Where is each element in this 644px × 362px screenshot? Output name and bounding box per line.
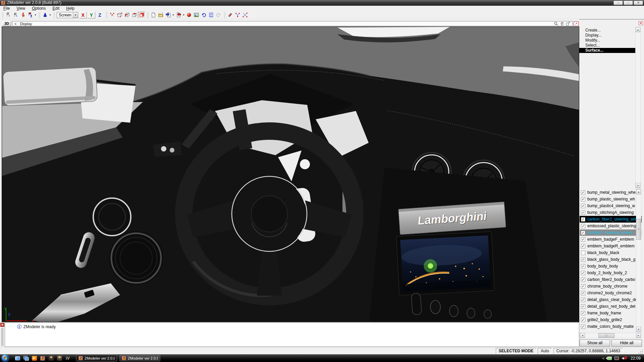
material-row[interactable]: grille2_body_grille2 — [580, 316, 642, 323]
material-row[interactable]: matte_colors_body_matte — [580, 323, 642, 330]
toolbar-grip[interactable] — [54, 12, 55, 18]
object-mode-button[interactable] — [138, 12, 145, 18]
material-checkbox[interactable] — [581, 318, 585, 322]
material-row[interactable]: embossed_plastic_steering — [580, 223, 642, 229]
redo-button[interactable] — [215, 12, 222, 18]
paint-button[interactable] — [226, 12, 234, 18]
export-dropdown-arrow[interactable]: ▼ — [182, 12, 185, 18]
material-checkbox[interactable] — [581, 257, 585, 262]
panel-menu-create[interactable]: Create... — [579, 28, 636, 33]
cone-dropdown-arrow[interactable]: ▼ — [49, 12, 52, 18]
viewport-3d-canvas[interactable]: Lamborghini — [2, 26, 579, 322]
flag-person-button[interactable] — [26, 12, 34, 18]
zmodeler-icon[interactable]: Z — [40, 356, 45, 361]
panel-close-icon[interactable]: ✕ — [639, 21, 643, 25]
panel-scrollbar[interactable]: ▲ ▼ — [635, 27, 641, 188]
close-button[interactable]: ✕ — [634, 1, 643, 5]
maximize-viewport-icon[interactable]: ↗ — [574, 21, 579, 26]
tray-expand-chevron[interactable]: < — [602, 356, 604, 360]
combobox-arrow[interactable]: ▼ — [73, 12, 78, 18]
texture-browser-button[interactable] — [193, 12, 200, 18]
menu-options[interactable]: Options — [29, 6, 49, 11]
material-row[interactable]: chrome_body_chrome — [580, 283, 642, 290]
material-row[interactable]: detail_glass_clear_body_de — [580, 296, 642, 303]
material-row[interactable]: detail_glass_red_body_det — [580, 303, 642, 310]
taskbar-window-button[interactable]: ZZModeler ver 2.0.8 (... — [119, 355, 160, 361]
auto-indicator[interactable]: Auto — [538, 348, 552, 354]
clock[interactable]: 22:09 — [629, 356, 641, 361]
material-checkbox[interactable] — [581, 251, 585, 255]
panel-menu-surface[interactable]: Surface... — [579, 48, 636, 53]
menu-file[interactable]: File — [0, 6, 13, 11]
panel-menu-modify[interactable]: Modify... — [579, 38, 636, 43]
open-folder-button[interactable] — [157, 12, 164, 18]
show-all-button[interactable]: Show all — [580, 340, 610, 347]
material-checkbox[interactable] — [581, 278, 585, 282]
material-checkbox[interactable] — [581, 291, 585, 295]
material-checkbox[interactable] — [581, 264, 585, 268]
material-row[interactable]: black_body_black — [580, 249, 642, 256]
material-row[interactable]: emblem_badgeF_emblem — [580, 236, 642, 243]
gta-avatar2-icon[interactable] — [57, 356, 62, 361]
material-checkbox[interactable] — [581, 298, 585, 302]
face-mode-button[interactable] — [123, 12, 130, 18]
view-tab-3d[interactable]: 3D — [2, 21, 11, 26]
material-checkbox[interactable] — [581, 284, 585, 289]
panel-menu-select[interactable]: Select... — [579, 43, 636, 48]
gta-avatar-icon[interactable] — [48, 356, 54, 361]
start-button[interactable] — [0, 354, 10, 362]
scroll-up-arrow[interactable]: ▲ — [636, 189, 641, 194]
material-row[interactable]: body_body_body — [580, 263, 642, 269]
scroll-thumb[interactable]: ☰ — [636, 219, 641, 240]
toolbar-grip[interactable] — [106, 12, 107, 18]
scroll-left-arrow[interactable]: ◄ — [580, 333, 585, 338]
power-plug-icon[interactable] — [607, 357, 612, 360]
material-checkbox[interactable] — [581, 204, 585, 208]
new-file-button[interactable] — [150, 12, 157, 18]
material-checkbox[interactable] — [581, 244, 585, 248]
material-row[interactable]: black_glass_body_black_g — [580, 256, 642, 263]
undo-button[interactable] — [200, 12, 207, 18]
material-checkbox[interactable] — [581, 304, 585, 309]
pan-hand-icon[interactable] — [560, 21, 564, 26]
taskbar-window-button[interactable]: ZZModeler ver 2.0.8 (... — [76, 355, 117, 361]
weld-vertices-button[interactable] — [234, 12, 241, 18]
scroll-thumb[interactable]: ||| — [598, 333, 614, 338]
log-splitter[interactable] — [1, 328, 4, 346]
zoom-icon[interactable] — [554, 21, 558, 26]
axis-z-button[interactable]: Z — [96, 12, 104, 18]
vertex-mode-button[interactable] — [108, 12, 116, 18]
material-checkbox[interactable] — [581, 197, 585, 201]
material-checkbox[interactable] — [581, 237, 585, 242]
viewport-breadcrumb-bar[interactable]: < Display — [12, 21, 573, 26]
material-checkbox[interactable] — [581, 217, 585, 222]
material-row[interactable]: carbon_fiber2_steering_wh — [580, 216, 642, 223]
maximize-button[interactable]: ▫ — [624, 1, 633, 5]
axis-x-button[interactable]: X — [79, 12, 87, 18]
toolbar-grip[interactable] — [39, 12, 40, 18]
material-list-scrollbar[interactable]: ▲ ☰ ▼ — [636, 189, 641, 332]
cone-button[interactable] — [41, 12, 49, 18]
minimize-button[interactable]: ‒ — [613, 1, 623, 5]
import-dropdown-arrow[interactable]: ▼ — [172, 12, 175, 18]
media-player-icon[interactable]: ▶ — [32, 356, 37, 361]
material-row[interactable]: bump_stitchingA_steering — [580, 209, 642, 216]
material-row[interactable]: chrome2_body_chrome2 — [580, 290, 642, 296]
material-checkbox[interactable] — [581, 210, 585, 215]
edge-mode-button[interactable] — [116, 12, 123, 18]
toolbar-grip[interactable] — [147, 12, 149, 18]
flag-up-button[interactable] — [12, 12, 19, 18]
scroll-right-arrow[interactable]: ► — [636, 333, 641, 338]
panel-menu-display[interactable]: Display... — [579, 33, 636, 38]
material-list-hscrollbar[interactable]: ◄ ||| ► — [580, 333, 641, 338]
tool-dropdown-arrow[interactable]: ▼ — [34, 12, 37, 18]
network-disconnected-icon[interactable] — [614, 357, 619, 360]
material-checkbox[interactable] — [581, 224, 585, 228]
toolbar-grip[interactable] — [2, 12, 3, 18]
menu-view[interactable]: View — [13, 6, 29, 11]
material-row[interactable]: bump_plastic_steering_wh — [580, 196, 642, 202]
expand-view-icon[interactable] — [566, 21, 570, 26]
runner-button[interactable] — [19, 12, 26, 18]
scroll-down-arrow[interactable]: ▼ — [636, 183, 640, 188]
log-button[interactable] — [207, 12, 215, 18]
